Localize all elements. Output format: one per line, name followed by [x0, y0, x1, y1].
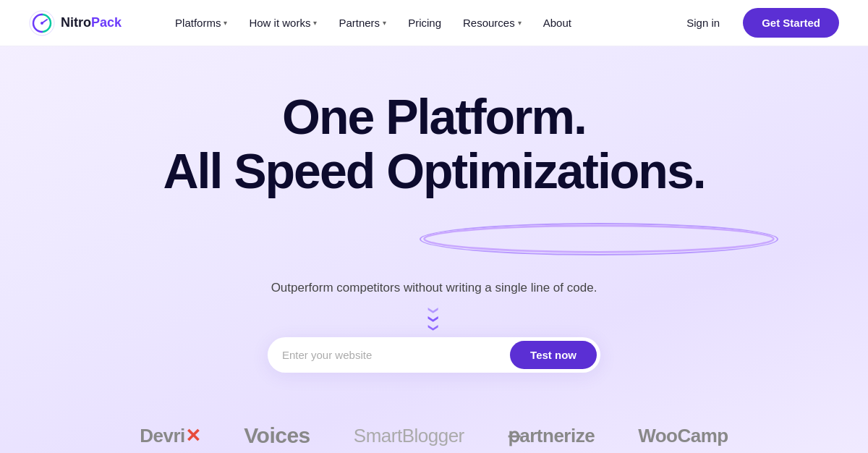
svg-point-3: [425, 225, 774, 251]
url-input-row: Test now: [268, 337, 600, 373]
nav-platforms-label: Platforms: [175, 17, 221, 29]
navbar: NitroPack Platforms ▾ How it works ▾ Par…: [0, 0, 868, 46]
hero-section: One Platform. All Speed Optimizations. O…: [0, 46, 868, 394]
nav-partners[interactable]: Partners ▾: [328, 11, 396, 35]
hero-subtitle: Outperform competitors without writing a…: [271, 281, 597, 295]
nav-about[interactable]: About: [533, 11, 582, 35]
chevron-down-icon: ▾: [518, 19, 522, 27]
nav-links: Platforms ▾ How it works ▾ Partners ▾ Pr…: [165, 11, 675, 35]
brands-row: Devri✕ Voices SmartBlogger ᵽartnerize Wo…: [0, 423, 868, 448]
svg-point-2: [41, 22, 43, 25]
nav-pricing-label: Pricing: [408, 17, 441, 29]
nav-partners-label: Partners: [339, 17, 380, 29]
nav-resources-label: Resources: [463, 17, 515, 29]
chevron2-icon: ❯❯: [429, 315, 439, 332]
nav-how-it-works-label: How it works: [249, 17, 310, 29]
nav-how-it-works[interactable]: How it works ▾: [239, 11, 327, 35]
hero-line1: One Platform.: [282, 89, 586, 144]
devrix-x-icon: ✕: [185, 425, 201, 446]
nav-about-label: About: [543, 17, 571, 29]
brand-voices: Voices: [244, 423, 310, 448]
test-now-button[interactable]: Test now: [510, 341, 597, 369]
website-input[interactable]: [282, 349, 510, 361]
chevron-down-icon: ▾: [313, 19, 317, 27]
hero-title: One Platform. All Speed Optimizations.: [163, 90, 705, 252]
nav-pricing[interactable]: Pricing: [398, 11, 451, 35]
brand-smartblogger: SmartBlogger: [354, 425, 464, 447]
nav-platforms[interactable]: Platforms ▾: [165, 11, 237, 35]
partnerize-p-icon: ᵽ: [508, 425, 520, 446]
hero-line2: All Speed Optimizations.: [163, 143, 705, 198]
brand-partnerize: ᵽartnerize: [508, 425, 595, 447]
nav-right: Sign in Get Started: [675, 8, 839, 38]
get-started-button[interactable]: Get Started: [743, 8, 839, 38]
sign-in-link[interactable]: Sign in: [675, 11, 731, 35]
logo-text: NitroPack: [61, 15, 122, 30]
nav-resources[interactable]: Resources ▾: [453, 11, 532, 35]
scroll-indicator: ❯❯ ❯❯: [425, 310, 443, 329]
chevron-down-icon: ▾: [383, 19, 386, 27]
brand-devrix: Devri✕: [140, 425, 200, 447]
chevron-down-icon: ▾: [224, 19, 227, 27]
logo[interactable]: NitroPack: [29, 10, 122, 36]
brand-woocamp: WooCamp: [638, 425, 728, 447]
